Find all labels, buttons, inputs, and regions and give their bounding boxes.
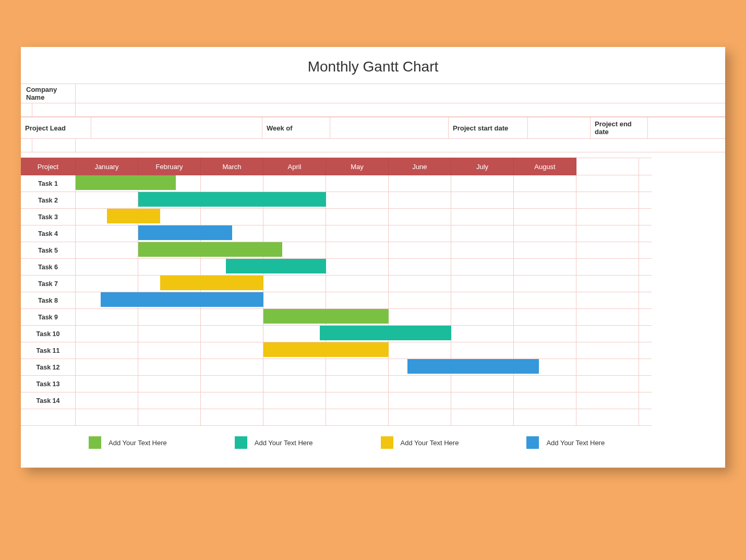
gantt-cell[interactable] — [76, 259, 138, 276]
gantt-cell[interactable] — [201, 175, 263, 192]
gantt-cell[interactable] — [451, 209, 514, 225]
gantt-cell[interactable] — [263, 326, 326, 342]
gantt-bar[interactable] — [407, 359, 539, 374]
gantt-cell[interactable] — [201, 376, 263, 392]
gantt-cell[interactable] — [76, 359, 138, 376]
gantt-cell[interactable] — [514, 326, 576, 342]
gantt-cell[interactable] — [451, 292, 514, 309]
gantt-cell[interactable] — [451, 309, 514, 326]
extra-cell[interactable] — [576, 276, 639, 292]
gantt-cell[interactable] — [389, 376, 451, 392]
gantt-cell[interactable] — [389, 175, 451, 192]
gantt-cell[interactable] — [138, 376, 201, 392]
gantt-cell[interactable] — [326, 292, 389, 309]
gantt-cell[interactable] — [514, 292, 576, 309]
gantt-cell[interactable] — [263, 175, 326, 192]
extra-cell[interactable] — [576, 292, 639, 309]
gantt-bar[interactable] — [101, 292, 263, 307]
gantt-cell[interactable] — [451, 276, 514, 292]
gantt-cell[interactable] — [76, 342, 138, 359]
extra-cell[interactable] — [639, 376, 652, 392]
gantt-cell[interactable] — [263, 392, 326, 409]
task-name-cell[interactable]: Task 13 — [21, 376, 76, 392]
gantt-cell[interactable] — [201, 342, 263, 359]
gantt-cell[interactable] — [263, 359, 326, 376]
task-name-cell[interactable]: Task 2 — [21, 192, 76, 209]
gantt-cell[interactable] — [389, 342, 451, 359]
project-lead-cell[interactable] — [91, 117, 262, 139]
gantt-bar[interactable] — [226, 259, 326, 273]
task-name-cell[interactable]: Task 7 — [21, 276, 76, 292]
gantt-cell[interactable] — [326, 359, 389, 376]
gantt-cell[interactable] — [514, 259, 576, 276]
gantt-cell[interactable] — [451, 259, 514, 276]
extra-cell[interactable] — [576, 225, 639, 242]
gantt-cell[interactable] — [138, 259, 201, 276]
gantt-cell[interactable] — [76, 192, 138, 209]
extra-cell[interactable] — [576, 392, 639, 409]
extra-cell[interactable] — [639, 259, 652, 276]
extra-cell[interactable] — [576, 192, 639, 209]
gantt-cell[interactable] — [201, 209, 263, 225]
gantt-cell[interactable] — [514, 342, 576, 359]
task-name-cell[interactable]: Task 11 — [21, 342, 76, 359]
gantt-cell[interactable] — [451, 376, 514, 392]
gantt-cell[interactable] — [326, 209, 389, 225]
task-name-cell[interactable]: Task 4 — [21, 225, 76, 242]
gantt-cell[interactable] — [326, 225, 389, 242]
extra-cell[interactable] — [639, 225, 652, 242]
extra-cell[interactable] — [639, 175, 652, 192]
gantt-cell[interactable] — [451, 175, 514, 192]
extra-cell[interactable] — [576, 259, 639, 276]
gantt-cell[interactable] — [514, 175, 576, 192]
extra-cell[interactable] — [639, 359, 652, 376]
gantt-cell[interactable] — [76, 392, 138, 409]
gantt-cell[interactable] — [514, 376, 576, 392]
gantt-bar[interactable] — [107, 209, 160, 223]
extra-cell[interactable] — [576, 175, 639, 192]
gantt-cell[interactable] — [389, 276, 451, 292]
gantt-cell[interactable] — [76, 309, 138, 326]
gantt-cell[interactable] — [514, 225, 576, 242]
gantt-cell[interactable] — [326, 242, 389, 259]
extra-cell[interactable] — [576, 209, 639, 225]
task-name-cell[interactable]: Task 1 — [21, 175, 76, 192]
extra-cell[interactable] — [639, 392, 652, 409]
gantt-cell[interactable] — [389, 192, 451, 209]
gantt-cell[interactable] — [514, 209, 576, 225]
extra-cell[interactable] — [639, 326, 652, 342]
gantt-cell[interactable] — [326, 259, 389, 276]
gantt-bar[interactable] — [320, 326, 451, 340]
gantt-cell[interactable] — [263, 276, 326, 292]
gantt-cell[interactable] — [451, 225, 514, 242]
extra-cell[interactable] — [639, 276, 652, 292]
task-name-cell[interactable]: Task 6 — [21, 259, 76, 276]
gantt-cell[interactable] — [514, 309, 576, 326]
gantt-cell[interactable] — [326, 392, 389, 409]
extra-cell[interactable] — [639, 242, 652, 259]
task-name-cell[interactable]: Task 5 — [21, 242, 76, 259]
gantt-cell[interactable] — [514, 392, 576, 409]
gantt-cell[interactable] — [76, 276, 138, 292]
task-name-cell[interactable]: Task 12 — [21, 359, 76, 376]
gantt-cell[interactable] — [201, 359, 263, 376]
gantt-cell[interactable] — [201, 309, 263, 326]
gantt-cell[interactable] — [451, 192, 514, 209]
gantt-cell[interactable] — [138, 309, 201, 326]
extra-cell[interactable] — [639, 209, 652, 225]
gantt-cell[interactable] — [451, 326, 514, 342]
project-end-date-cell[interactable] — [648, 117, 725, 139]
extra-cell[interactable] — [639, 309, 652, 326]
task-name-cell[interactable]: Task 8 — [21, 292, 76, 309]
extra-cell[interactable] — [639, 342, 652, 359]
gantt-cell[interactable] — [138, 392, 201, 409]
gantt-cell[interactable] — [201, 326, 263, 342]
gantt-cell[interactable] — [76, 326, 138, 342]
task-name-cell[interactable]: Task 14 — [21, 392, 76, 409]
gantt-cell[interactable] — [389, 209, 451, 225]
gantt-cell[interactable] — [326, 376, 389, 392]
gantt-cell[interactable] — [263, 209, 326, 225]
extra-cell[interactable] — [576, 376, 639, 392]
gantt-bar[interactable] — [76, 175, 176, 190]
extra-cell[interactable] — [576, 242, 639, 259]
